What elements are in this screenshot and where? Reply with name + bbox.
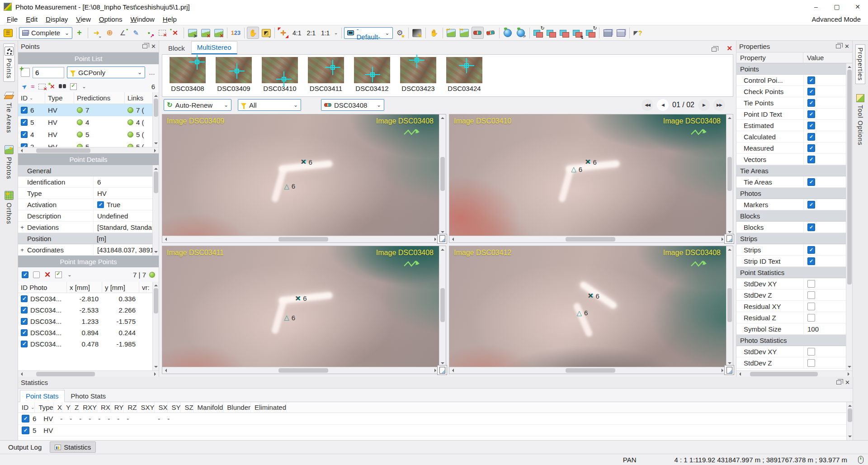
view-settings-button[interactable]: ⚙★ (394, 27, 406, 39)
stereo-pair-alt-button[interactable] (558, 27, 571, 39)
zoom-ratio-2-1[interactable]: 2:1 (304, 29, 317, 37)
property-value[interactable] (803, 131, 846, 142)
delete-point-icon[interactable]: ✕ (50, 84, 55, 90)
image-point-row[interactable]: DSC034... 0.478 -1.985 (18, 338, 159, 350)
anaglyph-image[interactable]: Image DSC03409 Image DSC03408 ✕6 △6 (162, 114, 439, 236)
photo-thumbnail[interactable]: DSC03411 (305, 57, 347, 92)
stats-column-header[interactable]: SX (155, 402, 168, 413)
viewport-hscrollbar[interactable] (162, 236, 439, 242)
row-checkbox[interactable] (21, 143, 28, 147)
property-row[interactable]: Points (736, 63, 852, 75)
property-row[interactable]: Markers (736, 199, 852, 210)
anaglyph-view-button[interactable] (472, 27, 484, 39)
measure-tool-button[interactable]: ✎ (130, 27, 142, 39)
row-checkbox[interactable] (21, 131, 28, 138)
remove-photo-points-button[interactable]: ✕ (199, 27, 212, 39)
remove-all-photo-points-button[interactable]: ✕ (212, 27, 225, 39)
properties-vscrollbar[interactable] (846, 63, 852, 370)
property-row[interactable]: Blocks (736, 210, 852, 222)
zoom-ratio-4-1[interactable]: 4:1 (290, 29, 303, 37)
stereo-viewport[interactable]: Image DSC03411 Image DSC03408 ✕6 △6 (162, 246, 446, 375)
stats-column-header[interactable]: SY (168, 402, 181, 413)
property-value[interactable] (803, 244, 846, 255)
statistics-tab[interactable]: Point Stats (20, 390, 65, 402)
menu-item[interactable]: Edit (22, 14, 42, 25)
property-value[interactable] (757, 233, 846, 244)
point-list-vscrollbar[interactable] (152, 92, 159, 147)
property-row[interactable]: Control Poi... (736, 75, 852, 86)
zoom-fit-button[interactable]: ✛◤◢ (277, 27, 289, 39)
point-list-row[interactable]: 5 HV 4 4 ( (18, 116, 159, 128)
point-list-row[interactable]: 6 HV 7 7 ( (18, 104, 159, 116)
column-chooser-icon[interactable] (70, 83, 77, 90)
stats-column-header[interactable]: RXY (79, 402, 97, 413)
menu-item[interactable]: Options (95, 14, 127, 25)
zoom-in-world-button[interactable] (502, 27, 514, 39)
point-detail-row[interactable]: Type HV (18, 188, 159, 199)
property-row[interactable]: Measured (736, 142, 852, 154)
point-list-column-headers[interactable]: ID Type Predictions Links (18, 92, 159, 104)
property-value[interactable] (803, 142, 846, 153)
float-panel-icon[interactable] (142, 44, 147, 48)
point-detail-row[interactable]: Position [m] (18, 233, 159, 244)
property-row[interactable]: StdDev XY (736, 346, 852, 357)
stats-column-header[interactable]: Z (71, 402, 79, 413)
column-chooser-icon[interactable] (55, 271, 62, 278)
title-bar[interactable]: Photo Measurement - [E:\08_Inpho Test\ce… (0, 0, 868, 14)
next-photo-button[interactable]: ↪ (458, 27, 471, 39)
property-value[interactable] (761, 188, 846, 199)
property-value[interactable] (803, 120, 846, 131)
measured-point-marker[interactable]: ✕6 (295, 294, 307, 303)
property-value[interactable] (803, 278, 846, 289)
point-list-row[interactable]: 2 HV 5 5 ( (18, 141, 159, 147)
menu-item[interactable]: Help (159, 14, 181, 25)
close-panel-icon[interactable]: ✕ (845, 379, 850, 386)
property-row[interactable]: Blocks (736, 222, 852, 233)
restore-view-icon[interactable] (712, 47, 717, 52)
stats-column-header[interactable]: Manifold (194, 402, 224, 413)
pan-tool-button[interactable]: ✋ (247, 27, 259, 39)
viewport-hscrollbar[interactable] (449, 367, 726, 374)
viewport-hscrollbar[interactable] (162, 367, 439, 374)
properties-hscrollbar[interactable] (736, 370, 852, 377)
block-photos-button[interactable] (615, 27, 627, 39)
stats-column-header[interactable]: SZ (181, 402, 193, 413)
maximize-button[interactable]: ▢ (826, 0, 847, 14)
trace-route-icon[interactable]: ≈ (31, 83, 35, 90)
property-row[interactable]: Strips (736, 244, 852, 256)
image-points-column-headers[interactable]: ID Photo x [mm] y [mm] vr: (18, 282, 159, 293)
stats-column-header[interactable]: Eliminated (251, 402, 287, 413)
find-point-icon[interactable] (59, 84, 66, 89)
viewport-snapshot-button[interactable] (437, 234, 447, 244)
row-checkbox[interactable] (21, 341, 28, 347)
photo-thumbnail[interactable]: DSC03410 (259, 57, 301, 92)
stereo-viewport[interactable]: Image DSC03412 Image DSC03408 ✕6 △6 (449, 246, 733, 375)
property-value[interactable] (803, 301, 846, 312)
zoom-ratio-1-1[interactable]: 1:1 (319, 29, 332, 37)
zoom-out-world-button[interactable]: ⌕ (515, 27, 527, 39)
more-options-button[interactable]: … (148, 69, 156, 76)
anaglyph-swap-button[interactable] (485, 27, 497, 39)
predicted-point-marker[interactable]: △6 (571, 165, 582, 173)
stats-column-header[interactable]: ID (18, 402, 35, 413)
viewport-snapshot-button[interactable] (724, 234, 734, 244)
delete-selection-icon[interactable] (38, 84, 46, 90)
bottom-dock-tab[interactable]: Statistics (50, 441, 96, 453)
property-row[interactable]: Symbol Size 100 (736, 323, 852, 335)
new-point-icon[interactable] (21, 68, 30, 77)
close-panel-icon[interactable]: ✕ (151, 43, 156, 50)
property-value[interactable] (803, 109, 846, 119)
property-row[interactable]: Vectors (736, 154, 852, 165)
sidebar-tab-orthos[interactable]: Orthos (4, 188, 14, 227)
float-panel-icon[interactable] (836, 44, 841, 48)
property-column-header[interactable]: Property (736, 52, 803, 63)
expand-icon[interactable] (18, 224, 26, 231)
stereo-pair-button[interactable] (545, 27, 557, 39)
photo-thumbnail[interactable]: DSC03408 (167, 57, 208, 92)
property-value[interactable] (803, 312, 846, 323)
property-row[interactable]: Calculated (736, 131, 852, 142)
property-row[interactable]: StdDev XY (736, 278, 852, 289)
deselect-all-checkbox[interactable] (33, 271, 40, 278)
add-button[interactable]: + (73, 27, 85, 39)
stats-column-header[interactable]: RZ (124, 402, 137, 413)
